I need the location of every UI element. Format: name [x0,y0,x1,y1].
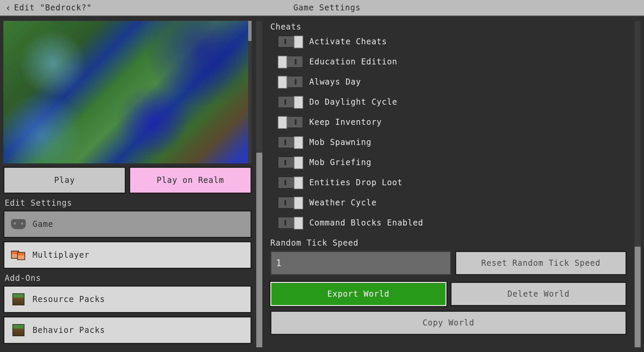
toggle-label-mob_griefing: Mob Griefing [309,158,371,167]
toggle-daylight_cycle[interactable] [278,96,303,108]
toggle-always_day[interactable] [278,76,303,88]
toggle-row-mob_griefing: Mob Griefing [270,156,627,168]
toggle-label-command_blocks: Command Blocks Enabled [309,218,423,228]
toggle-label-entities_drop_loot: Entities Drop Loot [309,178,402,187]
toggle-education_edition[interactable] [278,56,303,68]
title-bar: ‹ Edit "Bedrock?" Game Settings [0,0,644,16]
toggle-label-daylight_cycle: Do Daylight Cycle [309,97,397,107]
back-label: Edit "Bedrock?" [14,3,92,12]
settings-content: Cheats Activate CheatsEducation EditionA… [267,21,630,347]
reset-random-tick-button[interactable]: Reset Random Tick Speed [455,251,627,275]
toggle-keep_inventory[interactable] [278,116,303,128]
toggles-list: Activate CheatsEducation EditionAlways D… [270,36,627,237]
toggle-label-education_edition: Education Edition [309,57,397,66]
toggle-row-entities_drop_loot: Entities Drop Loot [270,177,627,189]
sidebar-item-behavior-packs[interactable]: Behavior Packs [3,316,252,344]
toggle-label-keep_inventory: Keep Inventory [309,117,382,127]
sidebar: Play Play on Realm Edit Settings Game Mu… [3,21,252,347]
toggle-mob_griefing[interactable] [278,156,303,168]
toggle-row-command_blocks: Command Blocks Enabled [270,217,627,229]
delete-world-button[interactable]: Delete World [450,282,627,306]
toggle-row-always_day: Always Day [270,76,627,88]
cheats-heading: Cheats [270,22,627,32]
toggle-label-weather_cycle: Weather Cycle [309,198,377,207]
edit-settings-label: Edit Settings [3,197,252,210]
toggle-weather_cycle[interactable] [278,197,303,209]
content-scrollbar[interactable] [635,21,641,347]
sidebar-item-game[interactable]: Game [3,210,252,238]
play-button[interactable]: Play [3,167,126,194]
toggle-row-daylight_cycle: Do Daylight Cycle [270,96,627,108]
sidebar-item-multiplayer[interactable]: Multiplayer [3,241,252,269]
toggle-mob_spawning[interactable] [278,136,303,148]
toggle-label-always_day: Always Day [309,77,361,87]
toggle-row-keep_inventory: Keep Inventory [270,116,627,128]
toggle-command_blocks[interactable] [278,217,303,229]
grass-block-icon [11,324,26,337]
export-world-button[interactable]: Export World [270,282,446,306]
copy-world-button[interactable]: Copy World [270,311,627,335]
sidebar-scrollbar[interactable] [256,21,262,347]
main-area: Play Play on Realm Edit Settings Game Mu… [0,16,644,352]
controller-icon [11,218,26,231]
multiplayer-icon [11,249,26,261]
toggle-label-mob_spawning: Mob Spawning [309,138,371,147]
toggle-row-education_edition: Education Edition [270,56,627,68]
toggle-row-mob_spawning: Mob Spawning [270,136,627,148]
toggle-row-weather_cycle: Weather Cycle [270,197,627,209]
play-on-realm-button[interactable]: Play on Realm [129,167,252,194]
world-preview-image [3,21,252,163]
toggle-activate_cheats[interactable] [278,36,303,48]
addons-label: Add-Ons [3,272,252,286]
toggle-label-activate_cheats: Activate Cheats [309,37,387,46]
sidebar-item-resource-packs[interactable]: Resource Packs [3,286,252,313]
random-tick-label: Random Tick Speed [270,238,627,248]
preview-scrollbar[interactable] [248,21,252,163]
chevron-left-icon: ‹ [5,2,11,13]
toggle-row-activate_cheats: Activate Cheats [270,36,627,48]
grass-block-icon [11,293,26,306]
page-title: Game Settings [97,3,557,12]
play-row: Play Play on Realm [3,163,252,197]
random-tick-input[interactable]: 1 [270,251,451,275]
back-button[interactable]: ‹ Edit "Bedrock?" [0,0,97,15]
toggle-entities_drop_loot[interactable] [278,177,303,189]
